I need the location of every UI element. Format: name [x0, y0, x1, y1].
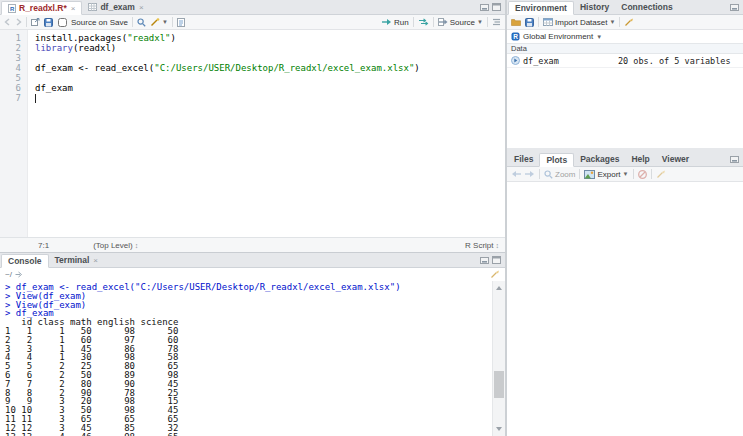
clear-environment-broom-icon[interactable]	[624, 18, 634, 27]
editor-statusbar: 7:1 (Top Level)↕ R Script↕	[0, 237, 505, 252]
remove-plot-icon[interactable]	[638, 170, 647, 179]
source-button[interactable]: Source▼	[438, 18, 483, 27]
text-cursor	[35, 94, 36, 103]
run-button[interactable]: Run	[382, 18, 409, 27]
working-directory[interactable]: ~/	[5, 270, 12, 279]
code-line[interactable]: df_exam	[35, 83, 505, 93]
previous-plot-icon[interactable]	[511, 170, 521, 178]
load-workspace-folder-icon[interactable]	[511, 18, 521, 26]
zoom-plot-button[interactable]: Zoom	[544, 170, 575, 179]
svg-text:R: R	[513, 33, 518, 40]
tab-plots[interactable]: Plots	[539, 153, 574, 167]
search-icon[interactable]	[137, 18, 146, 27]
environment-object-row[interactable]: df_exam 20 obs. of 5 variables	[507, 54, 743, 68]
minimize-icon[interactable]	[480, 256, 489, 264]
line-number: 4	[0, 63, 21, 73]
tab-console[interactable]: Console	[1, 254, 49, 268]
forward-icon[interactable]	[15, 18, 22, 26]
source-on-save-label: Source on Save	[71, 18, 128, 27]
scroll-down-icon[interactable]	[496, 427, 502, 431]
tab-packages[interactable]: Packages	[574, 152, 625, 166]
tab-label: Viewer	[662, 154, 689, 164]
close-icon[interactable]: ×	[139, 3, 144, 12]
tab-files[interactable]: Files	[508, 152, 539, 166]
rerun-icon[interactable]	[418, 18, 429, 26]
maximize-icon[interactable]	[492, 3, 501, 11]
popout-icon[interactable]	[31, 18, 40, 26]
line-number: 7	[0, 93, 21, 103]
save-icon[interactable]	[44, 18, 53, 27]
cursor-position: 7:1	[38, 241, 49, 250]
back-icon[interactable]	[4, 18, 11, 26]
document-outline-icon[interactable]	[492, 18, 501, 26]
environment-tabstrip: Environment History Connections	[507, 0, 743, 15]
file-type-selector[interactable]: R Script↕	[465, 241, 499, 250]
r-script-icon: R	[8, 4, 16, 13]
tab-r-readxl[interactable]: R R_readxl.R* ×	[1, 1, 82, 15]
left-column: R R_readxl.R* × df_exam ×	[0, 0, 507, 436]
source-on-save-toggle[interactable]: Source on Save	[57, 18, 128, 27]
chevron-down-icon: ▼	[623, 171, 629, 177]
console-scrollbar[interactable]	[492, 281, 505, 436]
source-pane: R R_readxl.R* × df_exam ×	[0, 0, 505, 253]
tab-history[interactable]: History	[574, 0, 615, 14]
compile-report-icon[interactable]	[177, 18, 185, 27]
line-number: 3	[0, 53, 21, 63]
files-plots-pane: Files Plots Packages Help Viewer Zoom Ex…	[507, 152, 743, 436]
code-line[interactable]: install.packages("readxl")	[35, 33, 505, 43]
tab-label: Console	[8, 256, 42, 266]
tab-connections[interactable]: Connections	[615, 0, 678, 14]
console-output[interactable]: > df_exam <- read_excel("C:/Users/USER/D…	[0, 281, 491, 436]
export-plot-icon	[584, 170, 595, 179]
tab-label: R_readxl.R*	[19, 3, 67, 13]
code-tools-wand-icon[interactable]: ▼	[150, 18, 168, 27]
code-line[interactable]	[35, 53, 505, 63]
next-plot-icon[interactable]	[525, 170, 535, 178]
goto-directory-arrow-icon[interactable]	[15, 271, 23, 278]
source-toolbar: Source on Save ▼ Run Source▼	[0, 15, 505, 30]
scope-selector[interactable]: (Top Level)↕	[93, 241, 138, 250]
import-dataset-button[interactable]: Import Dataset ▼	[543, 18, 615, 27]
editor-code[interactable]: install.packages("readxl")library(readxl…	[28, 30, 505, 237]
environment-scope-selector[interactable]: Global Environment	[523, 32, 593, 41]
environment-scope-row: R Global Environment ▼	[507, 30, 743, 43]
clear-console-broom-icon[interactable]	[490, 270, 500, 279]
expand-object-icon[interactable]	[511, 56, 520, 65]
console-output-line: 13 13 4 46 98 65	[5, 433, 491, 436]
save-workspace-icon[interactable]	[525, 18, 534, 27]
line-number: 1	[0, 33, 21, 43]
maximize-icon[interactable]	[492, 256, 501, 264]
source-on-save-checkbox[interactable]	[58, 18, 67, 27]
data-section-header: Data	[507, 43, 743, 54]
environment-toolbar: Import Dataset ▼	[507, 15, 743, 30]
editor-gutter: 1234567	[0, 30, 28, 237]
clear-plots-broom-icon[interactable]	[656, 170, 666, 179]
code-line[interactable]: library(readxl)	[35, 43, 505, 53]
source-icon	[438, 18, 448, 26]
code-line[interactable]: df_exam <- read_excel("C:/Users/USER/Des…	[35, 63, 505, 73]
run-label: Run	[394, 18, 409, 27]
code-line[interactable]	[35, 93, 505, 103]
close-icon[interactable]: ×	[93, 256, 98, 265]
export-plot-button[interactable]: Export▼	[584, 170, 628, 179]
scrollbar-thumb[interactable]	[494, 371, 504, 398]
minimize-icon[interactable]	[730, 3, 739, 11]
scroll-up-icon[interactable]	[496, 286, 502, 290]
tab-df-exam[interactable]: df_exam ×	[82, 0, 149, 14]
minimize-icon[interactable]	[730, 155, 739, 163]
minimize-icon[interactable]	[480, 3, 489, 11]
tab-environment[interactable]: Environment	[508, 1, 574, 15]
code-line[interactable]	[35, 73, 505, 83]
tab-label: Connections	[621, 2, 672, 12]
source-tabstrip: R R_readxl.R* × df_exam ×	[0, 0, 505, 15]
environment-pane: Environment History Connections Import D…	[507, 0, 743, 148]
tab-viewer[interactable]: Viewer	[656, 152, 695, 166]
tab-terminal[interactable]: Terminal ×	[49, 253, 104, 267]
close-icon[interactable]: ×	[71, 4, 76, 13]
export-label: Export	[597, 170, 620, 179]
rstudio-window: R R_readxl.R* × df_exam ×	[0, 0, 743, 436]
tab-label: Packages	[580, 154, 619, 164]
files-tabstrip: Files Plots Packages Help Viewer	[507, 152, 743, 167]
tab-help[interactable]: Help	[625, 152, 655, 166]
tab-label: Environment	[515, 3, 567, 13]
